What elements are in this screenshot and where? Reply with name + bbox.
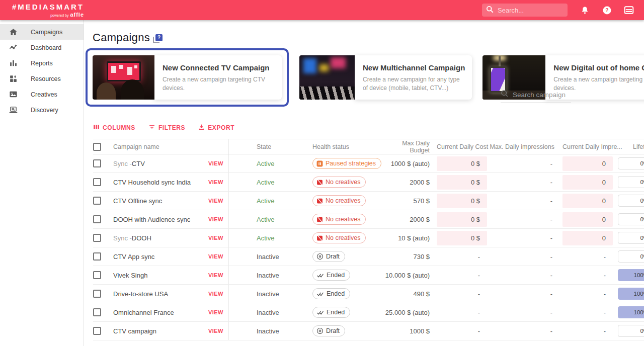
lifetime-progress: 0%: [618, 176, 644, 188]
view-button[interactable]: VIEW: [208, 328, 223, 334]
campaign-name: DOOH with Audience sync: [113, 216, 190, 223]
columns-button[interactable]: COLUMNS: [93, 124, 135, 132]
sidebar-item-discovery[interactable]: Discovery: [0, 102, 84, 118]
max-daily-impressions-value: -: [487, 272, 557, 279]
current-daily-impressions-value: -: [562, 303, 613, 321]
row-checkbox[interactable]: [93, 327, 101, 335]
help-icon[interactable]: ?: [602, 5, 612, 15]
new-campaign-card-street[interactable]: New Multichannel Campaign Create a new c…: [299, 55, 472, 100]
nocreatives-icon: [316, 235, 323, 241]
current-daily-impressions-value: -: [562, 322, 613, 340]
row-checkbox[interactable]: [93, 234, 101, 242]
health-status-badge[interactable]: Ended: [312, 288, 350, 299]
grid-icon: [9, 74, 18, 83]
sidebar-item-campaigns[interactable]: Campaigns: [0, 24, 84, 40]
view-button[interactable]: VIEW: [208, 309, 223, 315]
max-daily-impressions-value: -: [487, 290, 557, 298]
logo-text: #MEDIASMART: [12, 3, 84, 11]
sidebar-item-reports[interactable]: Reports: [0, 55, 84, 71]
sidebar: Campaigns Dashboard Reports Resources Cr…: [0, 20, 84, 346]
health-status-badge[interactable]: No creatives: [312, 195, 366, 206]
lifetime-progress: 0%: [618, 250, 644, 263]
row-checkbox[interactable]: [93, 178, 101, 186]
current-daily-cost-value: 0 $: [437, 154, 487, 172]
select-all-checkbox[interactable]: [93, 143, 101, 151]
health-status-badge[interactable]: Paused strategies: [312, 158, 381, 169]
view-button[interactable]: VIEW: [208, 291, 223, 297]
health-status-badge[interactable]: No creatives: [312, 214, 366, 225]
col-lifetime[interactable]: Lifetime...: [618, 143, 644, 150]
state-label: Active: [257, 234, 274, 242]
card-description: Create a new campaign targeting CTV devi…: [163, 75, 275, 93]
row-checkbox[interactable]: [93, 252, 101, 261]
export-button[interactable]: EXPORT: [198, 124, 234, 132]
health-status-badge[interactable]: Ended: [312, 307, 350, 318]
col-state[interactable]: State: [229, 143, 304, 150]
ended-icon: [316, 272, 324, 279]
sidebar-item-label: Dashboard: [31, 44, 61, 51]
sidebar-item-label: Resources: [31, 75, 61, 82]
new-campaign-card-ctv[interactable]: New Connected TV Campaign Create a new c…: [93, 55, 282, 100]
sidebar-item-label: Reports: [31, 60, 53, 67]
health-status-badge[interactable]: Draft: [312, 251, 345, 262]
health-status-badge[interactable]: Draft: [312, 325, 345, 336]
health-status-badge[interactable]: Ended: [312, 270, 350, 281]
lifetime-progress: 0%: [618, 232, 644, 244]
paused-icon: [316, 160, 323, 167]
sidebar-item-label: Creatives: [31, 91, 57, 98]
filters-button[interactable]: FILTERS: [148, 124, 185, 132]
trend-icon: [9, 43, 18, 52]
lifetime-progress: 0%: [618, 157, 644, 169]
row-checkbox[interactable]: [93, 159, 101, 167]
view-button[interactable]: VIEW: [208, 198, 223, 204]
col-health-status[interactable]: Health status: [304, 143, 385, 150]
current-daily-impressions-value: -: [562, 285, 613, 303]
col-campaign-name[interactable]: Campaign name: [113, 139, 229, 154]
view-button[interactable]: VIEW: [208, 179, 223, 185]
campaign-search-input[interactable]: [513, 91, 566, 99]
max-daily-impressions-value: -: [487, 179, 557, 186]
current-daily-cost-value: 0 $: [437, 210, 487, 228]
notifications-bell-icon[interactable]: [580, 5, 590, 15]
sidebar-item-resources[interactable]: Resources: [0, 71, 84, 86]
state-label: Active: [257, 160, 274, 167]
row-checkbox[interactable]: [93, 197, 101, 205]
brand-label: affle: [70, 12, 84, 18]
max-daily-impressions-value: -: [487, 234, 557, 242]
health-status-badge[interactable]: No creatives: [312, 232, 366, 243]
max-daily-impressions-value: -: [487, 197, 557, 205]
table-row: CTV Offline sync VIEW Active No creative…: [93, 192, 644, 210]
account-menu-icon[interactable]: [624, 5, 634, 15]
sidebar-item-dashboard[interactable]: Dashboard: [0, 40, 84, 55]
download-icon: [198, 124, 205, 132]
row-checkbox[interactable]: [93, 215, 101, 223]
global-search-input[interactable]: [498, 7, 558, 14]
top-bar: #MEDIASMART powered by affle ?: [0, 0, 644, 20]
col-current-daily-cost[interactable]: Current Daily Cost: [437, 139, 487, 154]
view-button[interactable]: VIEW: [208, 216, 223, 222]
view-button[interactable]: VIEW: [208, 253, 223, 260]
sidebar-item-creatives[interactable]: Creatives: [0, 86, 84, 102]
state-label: Inactive: [257, 309, 279, 316]
row-checkbox[interactable]: [93, 271, 101, 279]
view-button[interactable]: VIEW: [208, 272, 223, 278]
view-button[interactable]: VIEW: [208, 160, 223, 166]
max-daily-budget-value: 10 $ (auto): [385, 234, 433, 242]
lifetime-progress: 100%: [618, 306, 644, 318]
logo[interactable]: #MEDIASMART powered by affle: [12, 3, 84, 18]
page-help-icon[interactable]: ?: [155, 35, 163, 43]
row-checkbox[interactable]: [93, 290, 101, 298]
campaigns-table: Campaign name State Health status Max Da…: [93, 139, 644, 340]
row-checkbox[interactable]: [93, 308, 101, 316]
col-max-daily-impressions[interactable]: Max. Daily impressions: [487, 143, 557, 150]
table-row: DOOH with Audience sync VIEW Active No c…: [93, 210, 644, 229]
export-label: EXPORT: [208, 124, 234, 131]
card-title: New Connected TV Campaign: [163, 63, 275, 72]
table-row: Omnichannel France VIEW Inactive Ended 2…: [93, 303, 644, 322]
health-status-badge[interactable]: No creatives: [312, 177, 366, 188]
col-max-daily-budget[interactable]: Max Daily Budget: [385, 140, 433, 154]
max-daily-budget-value: 1000 $: [385, 327, 433, 335]
table-row: Sync -DOOH VIEW Active No creatives 10 $…: [93, 229, 644, 247]
col-current-daily-impressions[interactable]: Current Daily Impre...: [562, 139, 613, 154]
view-button[interactable]: VIEW: [208, 235, 223, 241]
